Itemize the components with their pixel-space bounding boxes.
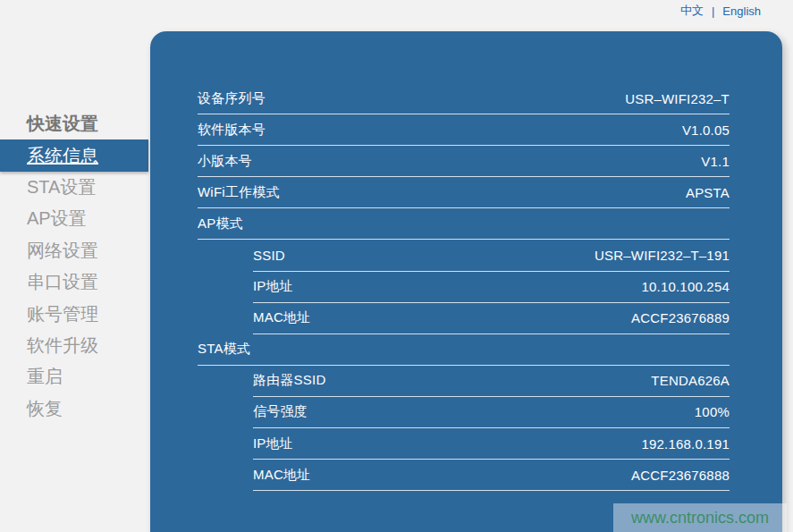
sidebar-item-account-management[interactable]: 账号管理 [0, 298, 148, 329]
row-value: 10.10.100.254 [641, 279, 730, 294]
row-value: V1.1 [701, 154, 730, 169]
sidebar-item-label: 网络设置 [27, 239, 98, 263]
info-row: 路由器SSIDTENDA626A [253, 366, 730, 397]
section-title: AP模式 [198, 215, 243, 232]
language-separator: | [712, 4, 714, 18]
sidebar-item-label: 重启 [27, 365, 63, 389]
info-row: SSIDUSR–WIFI232–T–191 [253, 240, 730, 271]
info-row: IP地址192.168.0.191 [253, 428, 730, 460]
row-label: MAC地址 [253, 467, 310, 484]
row-value: USR–WIFI232–T [625, 91, 730, 106]
sidebar-item-ap-settings[interactable]: AP设置 [0, 203, 148, 234]
row-value: ACCF23676889 [631, 310, 730, 325]
row-value: 100% [695, 404, 730, 419]
sidebar-item-label: 账号管理 [27, 302, 98, 326]
sidebar-item-restart[interactable]: 重启 [0, 361, 148, 393]
sidebar-item-label: 恢复 [27, 397, 63, 421]
sidebar-item-firmware-upgrade[interactable]: 软件升级 [0, 330, 148, 361]
row-value: V1.0.05 [682, 122, 730, 138]
sidebar-item-system-info[interactable]: 系统信息 [0, 139, 148, 171]
sidebar-item-label: 串口设置 [27, 270, 98, 294]
language-bar: 中文 | English [680, 3, 761, 19]
sidebar-item-label: 软件升级 [27, 334, 98, 358]
sidebar-nav: 快速设置系统信息STA设置AP设置网络设置串口设置账号管理软件升级重启恢复 [0, 108, 148, 425]
info-row: 信号强度100% [253, 397, 730, 428]
section-title: STA模式 [198, 341, 250, 358]
row-value: USR–WIFI232–T–191 [595, 248, 730, 263]
row-value: APSTA [686, 185, 730, 200]
sidebar-item-restore[interactable]: 恢复 [0, 393, 148, 425]
content-panel: 设备序列号USR–WIFI232–T软件版本号V1.0.05小版本号V1.1Wi… [150, 31, 782, 532]
section-header-row: STA模式 [198, 334, 730, 366]
info-row: WiFi工作模式APSTA [198, 177, 730, 208]
watermark-text: www.cntronics.com [631, 509, 769, 528]
row-label: MAC地址 [253, 309, 310, 326]
sidebar-item-label: STA设置 [27, 175, 96, 199]
row-label: IP地址 [253, 278, 293, 295]
sidebar-item-sta-settings[interactable]: STA设置 [0, 172, 148, 203]
system-info-table: 设备序列号USR–WIFI232–T软件版本号V1.0.05小版本号V1.1Wi… [150, 31, 782, 491]
sidebar-item-network-settings[interactable]: 网络设置 [0, 235, 148, 266]
sidebar-item-serial-settings[interactable]: 串口设置 [0, 266, 148, 298]
info-row: IP地址10.10.100.254 [253, 272, 730, 303]
row-label: SSID [253, 248, 285, 263]
row-label: 信号强度 [253, 403, 308, 420]
info-row: MAC地址ACCF23676889 [253, 303, 730, 334]
language-link-english[interactable]: English [722, 4, 761, 18]
info-row: 软件版本号V1.0.05 [198, 114, 730, 146]
page: { "language_bar": { "chinese_label": "中文… [0, 0, 793, 532]
info-row: 设备序列号USR–WIFI232–T [198, 83, 730, 114]
watermark: www.cntronics.com [613, 503, 787, 532]
info-row: MAC地址ACCF23676888 [253, 460, 730, 491]
row-value: ACCF23676888 [631, 468, 730, 483]
row-label: 软件版本号 [198, 122, 266, 139]
row-value: 192.168.0.191 [641, 436, 730, 452]
sidebar-item-label: 系统信息 [27, 144, 98, 168]
row-label: IP地址 [253, 435, 293, 452]
section-header-row: AP模式 [198, 208, 730, 240]
row-value: TENDA626A [651, 373, 730, 388]
sidebar-item-quick-setup[interactable]: 快速设置 [0, 108, 148, 139]
info-row: 小版本号V1.1 [198, 146, 730, 177]
row-label: WiFi工作模式 [198, 184, 280, 201]
language-link-chinese[interactable]: 中文 [680, 3, 704, 19]
sidebar-item-label: AP设置 [27, 207, 87, 231]
row-label: 路由器SSID [253, 372, 325, 389]
row-label: 小版本号 [198, 153, 252, 170]
row-label: 设备序列号 [198, 90, 266, 107]
sidebar-item-label: 快速设置 [27, 112, 98, 136]
